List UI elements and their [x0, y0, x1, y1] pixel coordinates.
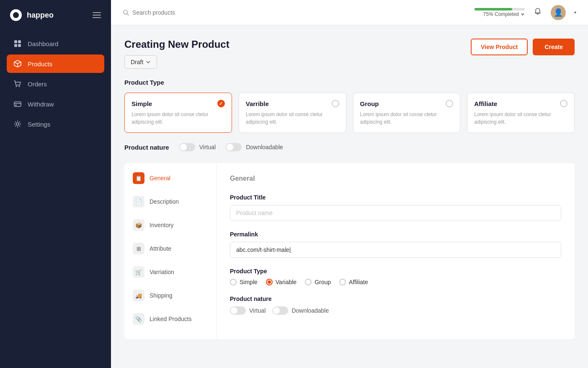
progress-fill — [475, 8, 512, 10]
shipping-icon: 🚚 — [133, 290, 144, 301]
radio-dot-affiliate — [339, 279, 346, 285]
topbar-right: 75% Completed 👤 ▾ — [475, 5, 576, 20]
type-card-affiliate-header: Affiliate — [474, 100, 567, 107]
avatar[interactable]: 👤 — [551, 5, 566, 20]
form-nav-inventory[interactable]: 📦 Inventory — [124, 213, 216, 237]
radio-dot-simple — [230, 279, 237, 285]
radio-affiliate — [560, 100, 567, 107]
product-nature-detail-label: Product nature — [230, 295, 561, 302]
form-nav-linked-products[interactable]: 📎 Linked Products — [124, 307, 216, 331]
radio-item-simple[interactable]: Simple — [230, 279, 258, 285]
settings-icon — [13, 120, 22, 128]
logo-area: happeo — [0, 0, 111, 30]
type-card-group[interactable]: Group Lorem ipsum dolor sit conse ctetur… — [353, 93, 461, 133]
type-card-group-header: Group — [360, 100, 454, 107]
virtual-toggle[interactable] — [179, 143, 195, 151]
product-title-group: Product Title — [230, 194, 561, 221]
radio-dot-group — [305, 279, 312, 285]
view-product-button[interactable]: View Product — [471, 39, 528, 55]
svg-point-6 — [19, 86, 20, 87]
sidebar-item-dashboard[interactable]: Dashboard — [7, 34, 104, 53]
avatar-dropdown-icon[interactable]: ▾ — [574, 10, 576, 15]
variation-icon: 🛒 — [133, 266, 144, 278]
draft-button[interactable]: Draft — [124, 55, 157, 69]
box-icon — [13, 60, 22, 68]
product-title-label: Product Title — [230, 194, 561, 201]
downloadable-toggle[interactable] — [226, 143, 242, 151]
radio-item-group[interactable]: Group — [305, 279, 331, 285]
product-nature-detail-group: Product nature Virtual Downloadable — [230, 295, 561, 315]
virtual-detail-switch[interactable] — [230, 306, 246, 315]
form-sidebar: 📋 General 📄 Description 📦 Inventory ⊞ At… — [124, 163, 217, 339]
progress-section: 75% Completed — [475, 8, 525, 17]
radio-item-variable[interactable]: Variable — [266, 279, 297, 285]
withdraw-icon — [13, 100, 22, 108]
form-nav-attribute[interactable]: ⊞ Attribute — [124, 237, 216, 260]
form-detail: General Product Title Permalink Product … — [217, 163, 575, 339]
svg-rect-3 — [18, 44, 21, 47]
page-title: Creating New Product — [124, 39, 230, 50]
linked-products-icon: 📎 — [133, 313, 144, 325]
sidebar-item-products[interactable]: Products — [7, 54, 104, 73]
permalink-group: Permalink — [230, 231, 561, 258]
create-button[interactable]: Create — [533, 39, 575, 55]
svg-line-11 — [127, 13, 129, 15]
form-section-title: General — [230, 175, 561, 182]
progress-label: 75% Completed — [483, 11, 525, 17]
radio-dot-variable — [266, 279, 273, 285]
description-icon: 📄 — [133, 196, 144, 207]
draft-chevron-icon — [146, 60, 151, 65]
form-nav-general[interactable]: 📋 General — [124, 166, 216, 190]
radio-simple — [217, 100, 225, 107]
form-nav-variation[interactable]: 🛒 Varriation — [124, 260, 216, 284]
radio-item-affiliate[interactable]: Affiliate — [339, 279, 368, 285]
inventory-icon: 📦 — [133, 219, 144, 231]
svg-rect-0 — [14, 40, 17, 43]
form-nav-description[interactable]: 📄 Description — [124, 190, 216, 213]
permalink-input[interactable] — [230, 242, 561, 258]
product-title-input[interactable] — [230, 205, 561, 221]
type-card-simple[interactable]: Simple Lorem ipsum dolor sit conse ctetu… — [124, 93, 232, 133]
svg-rect-2 — [14, 44, 17, 47]
type-card-variable[interactable]: Varrible Lorem ipsum dolor sit conse cte… — [239, 93, 346, 133]
virtual-detail-toggle: Virtual — [230, 306, 266, 315]
product-nature-detail-row: Virtual Downloadable — [230, 306, 561, 315]
topbar: 75% Completed 👤 ▾ — [111, 0, 588, 25]
content-area: Creating New Product Draft View Product … — [111, 25, 588, 368]
downloadable-detail-toggle: Downloadable — [272, 306, 329, 315]
general-icon: 📋 — [133, 172, 144, 184]
sidebar-item-withdraw[interactable]: Withdraw — [7, 95, 104, 113]
downloadable-toggle-group: Downloadable — [226, 143, 283, 151]
radio-variable — [332, 100, 339, 107]
hamburger-icon[interactable] — [93, 12, 101, 18]
svg-rect-8 — [15, 105, 17, 106]
product-type-grid: Simple Lorem ipsum dolor sit conse ctetu… — [124, 93, 575, 133]
grid-icon — [13, 39, 22, 48]
product-type-label: Product Type — [124, 79, 575, 86]
product-nature-row: Product nature Virtual Downloadable — [124, 143, 575, 151]
permalink-label: Permalink — [230, 231, 561, 238]
attribute-icon: ⊞ — [133, 243, 144, 254]
type-card-simple-header: Simple — [132, 100, 225, 107]
form-layout: 📋 General 📄 Description 📦 Inventory ⊞ At… — [124, 163, 575, 339]
search-wrapper — [123, 9, 290, 16]
sidebar-item-settings[interactable]: Settings — [7, 115, 104, 133]
search-input[interactable] — [132, 9, 290, 16]
progress-track — [475, 8, 525, 10]
sidebar: happeo Dashboard — [0, 0, 111, 368]
radio-group — [446, 100, 453, 107]
form-nav-shipping[interactable]: 🚚 Shipping — [124, 284, 216, 307]
downloadable-detail-switch[interactable] — [272, 306, 288, 315]
type-card-affiliate[interactable]: Affiliate Lorem ipsum dolor sit conse ct… — [467, 93, 575, 133]
product-type-radio-group: Simple Variable Group Affiliate — [230, 279, 561, 285]
product-type-detail-label: Product Type — [230, 268, 561, 275]
virtual-toggle-group: Virtual — [179, 143, 216, 151]
sidebar-nav: Dashboard Products Orders — [0, 30, 111, 137]
logo-icon — [10, 9, 22, 21]
header-actions: View Product Create — [471, 39, 575, 55]
sidebar-item-orders[interactable]: Orders — [7, 75, 104, 93]
notification-bell-icon[interactable] — [533, 7, 542, 18]
page-title-section: Creating New Product Draft — [124, 39, 230, 69]
chevron-down-icon — [521, 12, 525, 16]
main-area: 75% Completed 👤 ▾ Creating New — [111, 0, 588, 368]
